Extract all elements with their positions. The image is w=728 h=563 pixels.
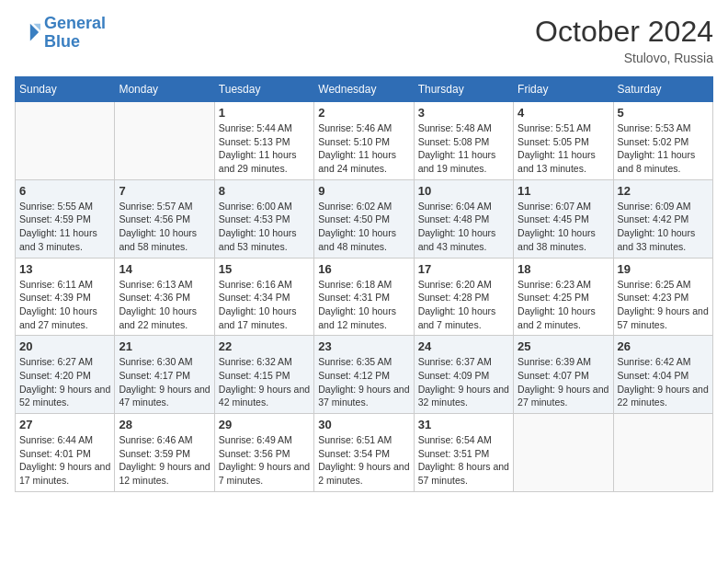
- page-header: General Blue October 2024 Stulovo, Russi…: [15, 15, 713, 65]
- calendar-cell: 16Sunrise: 6:18 AM Sunset: 4:31 PM Dayli…: [314, 258, 414, 336]
- day-info: Sunrise: 5:48 AM Sunset: 5:08 PM Dayligh…: [418, 121, 509, 176]
- calendar-cell: 22Sunrise: 6:32 AM Sunset: 4:15 PM Dayli…: [214, 336, 313, 414]
- day-number: 5: [618, 106, 709, 120]
- weekday-header: Saturday: [613, 77, 712, 102]
- calendar-cell: 19Sunrise: 6:25 AM Sunset: 4:23 PM Dayli…: [613, 258, 712, 336]
- day-number: 11: [518, 184, 609, 198]
- calendar-cell: 9Sunrise: 6:02 AM Sunset: 4:50 PM Daylig…: [314, 179, 414, 258]
- calendar-cell: 23Sunrise: 6:35 AM Sunset: 4:12 PM Dayli…: [314, 336, 414, 414]
- calendar-cell: [16, 102, 115, 180]
- day-number: 10: [418, 184, 509, 198]
- day-info: Sunrise: 5:51 AM Sunset: 5:05 PM Dayligh…: [518, 121, 609, 176]
- day-number: 14: [119, 262, 210, 276]
- calendar-week-row: 6Sunrise: 5:55 AM Sunset: 4:59 PM Daylig…: [16, 179, 713, 258]
- day-number: 15: [219, 262, 310, 276]
- day-info: Sunrise: 6:13 AM Sunset: 4:36 PM Dayligh…: [119, 278, 210, 332]
- logo-line2: Blue: [44, 32, 80, 51]
- calendar-week-row: 27Sunrise: 6:44 AM Sunset: 4:01 PM Dayli…: [16, 414, 713, 492]
- day-number: 23: [318, 339, 409, 353]
- calendar-cell: 4Sunrise: 5:51 AM Sunset: 5:05 PM Daylig…: [514, 102, 613, 180]
- day-number: 26: [618, 339, 709, 353]
- day-info: Sunrise: 6:18 AM Sunset: 4:31 PM Dayligh…: [318, 278, 409, 332]
- day-number: 21: [119, 339, 210, 353]
- calendar-cell: 31Sunrise: 6:54 AM Sunset: 3:51 PM Dayli…: [414, 414, 513, 492]
- month-title: October 2024: [535, 15, 713, 49]
- logo-icon: [15, 20, 40, 46]
- calendar-week-row: 20Sunrise: 6:27 AM Sunset: 4:20 PM Dayli…: [16, 336, 713, 414]
- day-number: 19: [618, 262, 709, 276]
- day-number: 8: [219, 184, 310, 198]
- calendar-cell: 25Sunrise: 6:39 AM Sunset: 4:07 PM Dayli…: [514, 336, 613, 414]
- day-info: Sunrise: 5:44 AM Sunset: 5:13 PM Dayligh…: [219, 121, 310, 176]
- calendar-cell: 11Sunrise: 6:07 AM Sunset: 4:45 PM Dayli…: [514, 179, 613, 258]
- calendar-cell: 20Sunrise: 6:27 AM Sunset: 4:20 PM Dayli…: [16, 336, 115, 414]
- day-info: Sunrise: 5:55 AM Sunset: 4:59 PM Dayligh…: [19, 200, 110, 254]
- calendar-cell: 29Sunrise: 6:49 AM Sunset: 3:56 PM Dayli…: [214, 414, 313, 492]
- day-number: 25: [518, 339, 609, 353]
- day-number: 28: [119, 418, 210, 431]
- day-info: Sunrise: 6:04 AM Sunset: 4:48 PM Dayligh…: [418, 200, 509, 254]
- day-number: 16: [318, 262, 409, 276]
- calendar-cell: 12Sunrise: 6:09 AM Sunset: 4:42 PM Dayli…: [613, 179, 712, 258]
- day-number: 30: [318, 418, 409, 431]
- day-info: Sunrise: 5:46 AM Sunset: 5:10 PM Dayligh…: [318, 121, 409, 176]
- calendar-cell: 17Sunrise: 6:20 AM Sunset: 4:28 PM Dayli…: [414, 258, 513, 336]
- day-info: Sunrise: 6:37 AM Sunset: 4:09 PM Dayligh…: [418, 355, 509, 409]
- calendar-cell: [115, 102, 214, 180]
- day-info: Sunrise: 5:57 AM Sunset: 4:56 PM Dayligh…: [119, 200, 210, 254]
- day-number: 27: [19, 418, 110, 431]
- day-info: Sunrise: 6:54 AM Sunset: 3:51 PM Dayligh…: [418, 433, 509, 488]
- calendar-cell: 8Sunrise: 6:00 AM Sunset: 4:53 PM Daylig…: [214, 179, 313, 258]
- logo: General Blue: [15, 15, 106, 52]
- calendar-cell: 21Sunrise: 6:30 AM Sunset: 4:17 PM Dayli…: [115, 336, 214, 414]
- calendar-cell: [613, 414, 712, 492]
- day-info: Sunrise: 6:51 AM Sunset: 3:54 PM Dayligh…: [318, 433, 409, 488]
- calendar-cell: 30Sunrise: 6:51 AM Sunset: 3:54 PM Dayli…: [314, 414, 414, 492]
- calendar-cell: 10Sunrise: 6:04 AM Sunset: 4:48 PM Dayli…: [414, 179, 513, 258]
- calendar-cell: 28Sunrise: 6:46 AM Sunset: 3:59 PM Dayli…: [115, 414, 214, 492]
- day-info: Sunrise: 6:44 AM Sunset: 4:01 PM Dayligh…: [19, 433, 110, 488]
- weekday-header: Tuesday: [214, 77, 313, 102]
- calendar-cell: 7Sunrise: 5:57 AM Sunset: 4:56 PM Daylig…: [115, 179, 214, 258]
- day-info: Sunrise: 6:07 AM Sunset: 4:45 PM Dayligh…: [518, 200, 609, 254]
- calendar-week-row: 1Sunrise: 5:44 AM Sunset: 5:13 PM Daylig…: [16, 102, 713, 180]
- day-number: 17: [418, 262, 509, 276]
- day-number: 20: [19, 339, 110, 353]
- day-number: 31: [418, 418, 509, 431]
- day-info: Sunrise: 6:23 AM Sunset: 4:25 PM Dayligh…: [518, 278, 609, 332]
- calendar-cell: 24Sunrise: 6:37 AM Sunset: 4:09 PM Dayli…: [414, 336, 513, 414]
- calendar-cell: 3Sunrise: 5:48 AM Sunset: 5:08 PM Daylig…: [414, 102, 513, 180]
- day-number: 13: [19, 262, 110, 276]
- day-info: Sunrise: 6:49 AM Sunset: 3:56 PM Dayligh…: [219, 433, 310, 488]
- day-info: Sunrise: 6:20 AM Sunset: 4:28 PM Dayligh…: [418, 278, 509, 332]
- calendar-week-row: 13Sunrise: 6:11 AM Sunset: 4:39 PM Dayli…: [16, 258, 713, 336]
- weekday-header-row: SundayMondayTuesdayWednesdayThursdayFrid…: [16, 77, 713, 102]
- calendar-cell: 1Sunrise: 5:44 AM Sunset: 5:13 PM Daylig…: [214, 102, 313, 180]
- day-number: 1: [219, 106, 310, 120]
- day-info: Sunrise: 6:42 AM Sunset: 4:04 PM Dayligh…: [618, 355, 709, 409]
- day-number: 7: [119, 184, 210, 198]
- title-block: October 2024 Stulovo, Russia: [535, 15, 713, 65]
- calendar-cell: 14Sunrise: 6:13 AM Sunset: 4:36 PM Dayli…: [115, 258, 214, 336]
- day-info: Sunrise: 6:30 AM Sunset: 4:17 PM Dayligh…: [119, 355, 210, 409]
- calendar-cell: 15Sunrise: 6:16 AM Sunset: 4:34 PM Dayli…: [214, 258, 313, 336]
- calendar-cell: [514, 414, 613, 492]
- day-number: 2: [318, 106, 409, 120]
- day-info: Sunrise: 6:00 AM Sunset: 4:53 PM Dayligh…: [219, 200, 310, 254]
- calendar-cell: 2Sunrise: 5:46 AM Sunset: 5:10 PM Daylig…: [314, 102, 414, 180]
- weekday-header: Wednesday: [314, 77, 414, 102]
- day-info: Sunrise: 6:35 AM Sunset: 4:12 PM Dayligh…: [318, 355, 409, 409]
- calendar-cell: 6Sunrise: 5:55 AM Sunset: 4:59 PM Daylig…: [16, 179, 115, 258]
- calendar-cell: 18Sunrise: 6:23 AM Sunset: 4:25 PM Dayli…: [514, 258, 613, 336]
- day-number: 3: [418, 106, 509, 120]
- day-info: Sunrise: 6:46 AM Sunset: 3:59 PM Dayligh…: [119, 433, 210, 488]
- day-info: Sunrise: 6:25 AM Sunset: 4:23 PM Dayligh…: [618, 278, 709, 332]
- weekday-header: Friday: [514, 77, 613, 102]
- day-info: Sunrise: 6:32 AM Sunset: 4:15 PM Dayligh…: [219, 355, 310, 409]
- weekday-header: Monday: [115, 77, 214, 102]
- day-number: 18: [518, 262, 609, 276]
- day-info: Sunrise: 6:39 AM Sunset: 4:07 PM Dayligh…: [518, 355, 609, 409]
- day-info: Sunrise: 6:16 AM Sunset: 4:34 PM Dayligh…: [219, 278, 310, 332]
- day-number: 4: [518, 106, 609, 120]
- logo-line1: General: [44, 14, 106, 32]
